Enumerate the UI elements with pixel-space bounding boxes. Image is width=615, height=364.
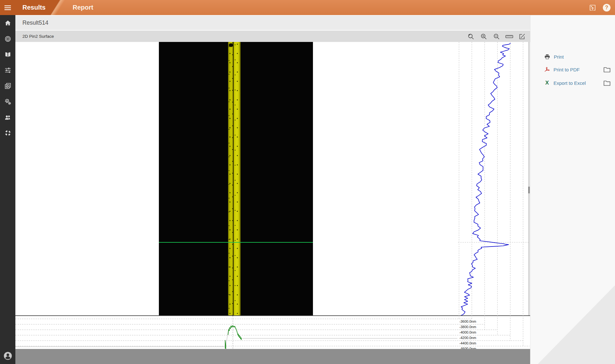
topbar: Results Report ? [0, 0, 615, 15]
export-panel: Print Print to PDF X Export to Excel [530, 15, 615, 364]
export-to-excel-button[interactable]: X Export to Excel [544, 77, 586, 88]
topbar-actions: ? [588, 0, 611, 15]
hamburger-menu-button[interactable] [0, 0, 15, 15]
sidebar-services-button[interactable] [0, 95, 15, 108]
profile-panel [15, 316, 530, 349]
surface-scan-image[interactable] [159, 42, 313, 315]
app-root: Results Report ? [0, 0, 615, 364]
excel-folder-button[interactable] [603, 78, 611, 88]
sidebar-tune-button[interactable] [0, 64, 15, 77]
sidebar-target-button[interactable] [0, 32, 15, 45]
tab-report-label: Report [73, 4, 93, 11]
main-content: Result514 2D Pin2 Surface [15, 15, 530, 364]
target-icon [4, 35, 12, 43]
pdf-folder-button[interactable] [603, 65, 611, 74]
folder-icon [603, 66, 611, 73]
zoom-in-icon [480, 33, 488, 40]
hamburger-icon [4, 4, 12, 12]
share-result-icon [588, 4, 597, 12]
open-book-icon [4, 51, 12, 58]
account-button[interactable] [0, 350, 15, 361]
zoom-out-icon [493, 33, 500, 40]
measure-ruler-button[interactable] [505, 32, 513, 41]
sidebar-users-button[interactable] [0, 111, 15, 124]
printer-icon [544, 53, 551, 60]
zoom-in-button[interactable] [480, 32, 488, 41]
print-label: Print [554, 54, 564, 60]
scrollbar-thumb[interactable] [528, 187, 530, 193]
print-to-pdf-label: Print to PDF [554, 67, 580, 72]
corner-watermark [538, 286, 615, 364]
print-button[interactable]: Print [544, 51, 564, 62]
home-icon [4, 20, 12, 27]
viewer-toolbar-icons [467, 32, 530, 41]
image-settings-icon [4, 82, 12, 90]
status-bar [15, 349, 530, 364]
tab-results-label: Results [22, 4, 45, 11]
vertical-scrollbar[interactable] [528, 42, 530, 315]
sidebar-home-button[interactable] [0, 17, 15, 29]
result-title: Result514 [22, 20, 48, 26]
sidebar-support-button[interactable] [0, 126, 15, 139]
pin-surface-stripe [228, 42, 241, 315]
excel-icon: X [544, 80, 550, 86]
annotate-icon [518, 33, 526, 40]
tune-sliders-icon [4, 67, 12, 74]
account-icon [4, 352, 12, 360]
print-to-pdf-button[interactable]: Print to PDF [544, 64, 580, 75]
surface-viewport [15, 42, 530, 315]
help-button[interactable]: ? [603, 4, 611, 12]
gears-icon [4, 98, 12, 105]
zoom-reset-button[interactable] [467, 32, 475, 41]
sidebar-image-settings-button[interactable] [0, 79, 15, 92]
life-ring-icon [4, 129, 12, 137]
left-sidebar [0, 15, 15, 364]
zoom-out-button[interactable] [492, 32, 501, 41]
folder-icon [603, 79, 611, 86]
tab-results[interactable]: Results [15, 0, 61, 15]
zoom-reset-icon [467, 33, 475, 40]
share-result-button[interactable] [588, 3, 597, 12]
export-to-excel-label: Export to Excel [554, 80, 586, 86]
viewer-toolbar: 2D Pin2 Surface [15, 30, 530, 42]
sidebar-library-button[interactable] [0, 48, 15, 61]
tab-report[interactable]: Report [69, 0, 97, 15]
result-header: Result514 [15, 15, 530, 30]
ruler-icon [505, 33, 513, 40]
viewer-title: 2D Pin2 Surface [22, 34, 54, 39]
help-icon: ? [605, 5, 608, 11]
annotate-button[interactable] [518, 32, 526, 41]
pdf-icon [544, 66, 550, 73]
users-icon [4, 114, 12, 121]
